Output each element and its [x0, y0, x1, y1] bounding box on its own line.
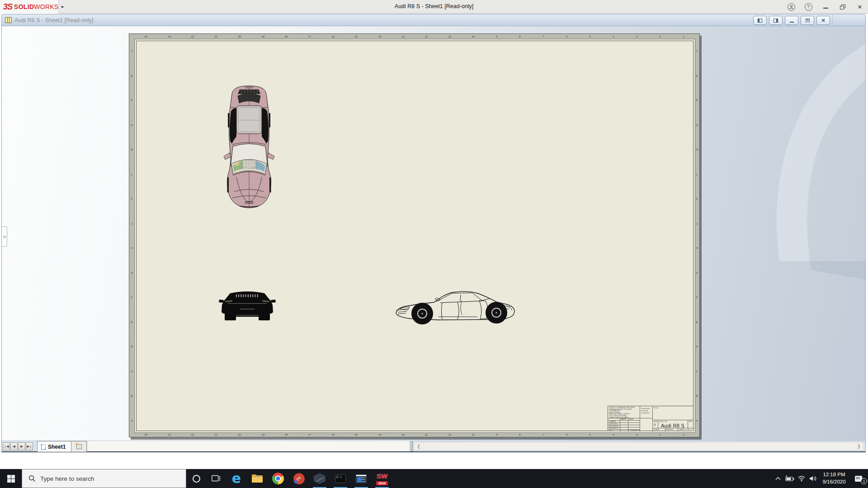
tab-sheet1[interactable]: Sheet1 — [37, 441, 71, 452]
zone-letter: H — [130, 240, 133, 256]
chrome-icon — [272, 473, 284, 484]
taskbar-edrawings[interactable] — [309, 469, 330, 488]
zone-letter: D — [130, 338, 133, 355]
doc-restore-button[interactable] — [801, 16, 814, 25]
taskbar-clock[interactable]: 12:18 PM 9/16/2020 — [819, 471, 849, 485]
snip-tool-icon: ✂ — [293, 473, 305, 484]
taskbar-file-explorer[interactable] — [247, 469, 268, 488]
document-titlebar[interactable]: Audi R8 S - Sheet1 [Read-only] ✕ — [2, 14, 865, 26]
featuremanager-flyout-tab[interactable] — [2, 226, 7, 247]
zone-letter: G — [130, 265, 133, 281]
show-feature-pane-button[interactable] — [753, 16, 767, 25]
action-center-button[interactable]: 1 — [849, 469, 868, 488]
drawing-sheet[interactable]: 242322212019181716151413121110987654321 … — [129, 33, 700, 437]
sheet-page-icon — [41, 444, 46, 450]
drawing-view-front[interactable] — [219, 287, 276, 325]
col-name: NAME — [621, 418, 626, 420]
taskbar-edge[interactable]: e — [226, 469, 247, 488]
taskbar-snip-tool[interactable]: ✂ — [288, 469, 309, 488]
doc-minimize-button[interactable] — [785, 16, 798, 25]
scroll-left-icon[interactable]: ❮ — [414, 444, 423, 449]
zone-number: 11 — [442, 433, 458, 436]
zone-letters-left: TRPNMLKJHGFEDCBA — [129, 39, 134, 433]
document-window-buttons: ✕ — [753, 16, 830, 25]
zone-number: 10 — [466, 35, 481, 38]
zone-letter: F — [130, 289, 133, 305]
volume-status[interactable] — [807, 469, 819, 488]
close-icon: ✕ — [858, 4, 863, 10]
clock-date: 9/16/2020 — [819, 479, 849, 486]
dassault-3ds-logo-icon: 3S — [3, 2, 12, 12]
zone-letter: A — [695, 413, 698, 429]
task-view-button[interactable] — [206, 469, 226, 488]
start-button[interactable] — [0, 469, 22, 488]
help-icon: ? — [805, 3, 812, 11]
zone-number: 22 — [185, 433, 200, 436]
zone-letter: N — [130, 117, 133, 133]
doc-minimize-icon — [790, 22, 794, 23]
zone-number: 6 — [559, 35, 574, 38]
zone-number: 2 — [652, 433, 668, 436]
doc-restore-icon — [806, 19, 810, 22]
zone-number: 3 — [629, 35, 645, 38]
taskbar-solidworks[interactable]: SW 2020 — [372, 469, 392, 488]
taskbar-chrome[interactable] — [268, 469, 288, 488]
cortana-button[interactable] — [186, 469, 206, 488]
zone-letter: B — [695, 388, 698, 404]
last-sheet-button[interactable]: ▶❘ — [26, 442, 33, 450]
minimize-icon — [823, 8, 828, 9]
taskbar: e ✂ C:\ SW 2020 — [0, 469, 868, 488]
zone-number: 1 — [676, 35, 691, 38]
taskbar-blue-window-app[interactable] — [351, 469, 372, 488]
search-input[interactable] — [40, 475, 167, 482]
graphics-viewport[interactable]: 242322212019181716151413121110987654321 … — [2, 26, 865, 441]
user-account-button[interactable] — [786, 1, 797, 12]
task-view-icon — [212, 475, 221, 482]
minimize-button[interactable] — [820, 1, 831, 12]
drawing-view-side[interactable] — [393, 287, 522, 326]
scroll-right-icon[interactable]: ❯ — [854, 444, 863, 449]
wifi-icon — [797, 475, 806, 482]
battery-status[interactable] — [784, 469, 796, 488]
search-icon — [28, 475, 36, 482]
title-block[interactable]: UNLESS OTHERWISE SPECIFIED: DIMENSIONS A… — [608, 406, 693, 431]
prev-sheet-button[interactable]: ◀ — [10, 442, 18, 450]
drawing-view-top[interactable] — [222, 84, 277, 210]
tab-strip-empty-area — [88, 441, 410, 451]
doc-close-button[interactable]: ✕ — [816, 16, 830, 25]
zone-letter: H — [695, 240, 698, 256]
help-button[interactable]: ? — [803, 1, 814, 12]
taskbar-search[interactable] — [22, 469, 186, 488]
cortana-icon — [193, 475, 200, 483]
restore-button[interactable] — [837, 1, 848, 12]
zone-number: 18 — [278, 433, 294, 436]
horizontal-scrollbar[interactable]: ❮ ❯ — [414, 442, 864, 450]
close-button[interactable]: ✕ — [854, 1, 865, 12]
zone-letter: L — [695, 166, 698, 183]
solidworks-menu-tab[interactable]: 3S SOLID WORKS — [0, 0, 59, 14]
zone-number: 16 — [325, 35, 340, 38]
zone-letter: M — [130, 141, 133, 158]
drawing-document-icon — [5, 17, 12, 23]
add-sheet-tab[interactable] — [71, 441, 87, 452]
network-status[interactable] — [796, 469, 807, 488]
zone-letter: C — [695, 363, 698, 380]
pane-splitter-handle[interactable] — [411, 441, 413, 451]
next-sheet-button[interactable]: ▶ — [18, 442, 25, 450]
show-task-pane-button[interactable] — [769, 16, 783, 25]
first-sheet-button[interactable]: ❘◀ — [3, 442, 10, 450]
zone-number: 15 — [349, 433, 364, 436]
tray-expand-button[interactable] — [772, 469, 784, 488]
zone-letter: E — [695, 314, 698, 330]
taskbar-command-prompt[interactable]: C:\ — [330, 469, 351, 488]
zone-number: 9 — [489, 35, 504, 38]
zone-number: 10 — [466, 433, 481, 436]
size-value: A — [654, 423, 656, 426]
zone-letter: P — [130, 92, 133, 108]
zone-number: 17 — [302, 35, 317, 38]
zone-number: 13 — [396, 35, 411, 38]
menu-expand-arrow-icon[interactable]: ▸ — [61, 4, 64, 9]
zone-letter: T — [695, 43, 698, 59]
title-label: TITLE: — [653, 407, 659, 409]
zone-number: 4 — [606, 433, 621, 436]
